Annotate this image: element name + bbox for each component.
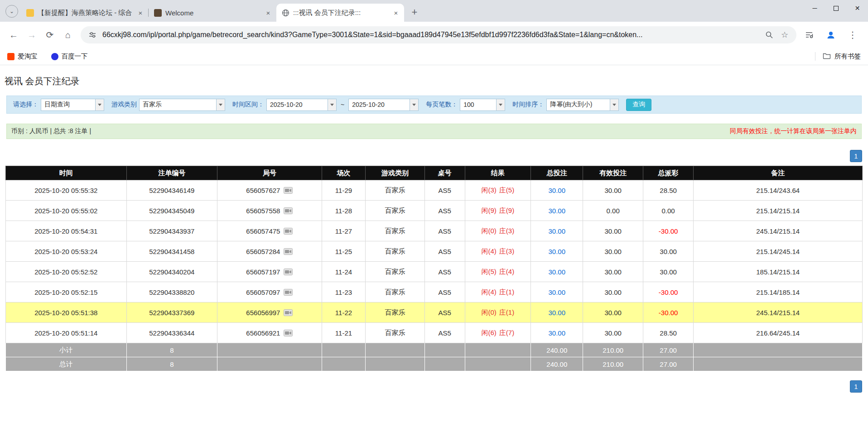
total-bet-link[interactable]: 30.00 [549, 329, 566, 337]
chevron-down-icon[interactable] [328, 99, 336, 110]
url-text[interactable]: 66cxkj98.com/ipl/portal.php/game/betreco… [102, 31, 759, 39]
total-bet-link[interactable]: 30.00 [549, 187, 566, 194]
cell-session: 11-21 [322, 323, 365, 343]
table-row: 2025-10-20 05:54:31 522904343937 6560574… [6, 221, 863, 241]
tab-search-button[interactable]: ⌄ [5, 5, 18, 18]
cell-game-type: 百家乐 [366, 221, 424, 241]
page-number-button[interactable]: 1 [850, 150, 862, 162]
date-from-input[interactable]: 2025-10-20 [266, 99, 337, 111]
cell-table-no: AS5 [424, 221, 465, 241]
result-player[interactable]: 闲(4) [481, 247, 496, 255]
bookmark-item[interactable]: 爱淘宝 [7, 52, 38, 61]
result-player[interactable]: 闲(4) [481, 288, 496, 296]
new-tab-button[interactable]: + [408, 5, 421, 19]
home-button[interactable]: ⌂ [59, 26, 77, 44]
subtotal-label: 小计 [6, 343, 127, 357]
tab-title: :::视讯 会员下注纪录::: [293, 9, 388, 17]
media-controls-icon[interactable] [800, 26, 818, 44]
total-empty-cell [366, 357, 424, 371]
refresh-button[interactable]: ⟳ [41, 26, 59, 44]
video-icon[interactable] [284, 228, 293, 235]
chevron-down-icon[interactable] [95, 99, 104, 110]
cell-game-type: 百家乐 [366, 201, 424, 221]
close-button[interactable]: ✕ [847, 0, 868, 16]
query-type-label: 请选择： [13, 101, 39, 109]
profile-avatar[interactable] [822, 26, 840, 44]
result-banker[interactable]: 庄(9) [499, 206, 514, 214]
cell-valid-bet: 30.00 [583, 241, 643, 262]
cell-round-id: 656056997 [217, 302, 322, 323]
date-to-input[interactable]: 2025-10-20 [348, 99, 419, 111]
result-banker[interactable]: 庄(5) [499, 186, 514, 194]
table-row-highlighted: 2025-10-20 05:51:38 522904337369 6560569… [6, 302, 863, 323]
result-banker[interactable]: 庄(1) [499, 308, 514, 316]
round-id-text: 656056997 [246, 309, 280, 317]
browser-tab-active[interactable]: :::视讯 会员下注纪录::: × [276, 4, 404, 22]
tab-close-icon[interactable]: × [264, 8, 273, 17]
tab-close-icon[interactable]: × [391, 8, 400, 17]
video-icon[interactable] [284, 207, 293, 214]
browser-tab-1[interactable]: 【新提醒】海燕策略论坛 - 综合... × [21, 4, 149, 22]
total-bet-link[interactable]: 30.00 [549, 227, 566, 235]
chevron-down-icon[interactable] [216, 99, 225, 110]
total-bet-link[interactable]: 30.00 [549, 288, 566, 296]
video-icon[interactable] [284, 248, 293, 255]
result-banker[interactable]: 庄(7) [499, 329, 514, 336]
filter-bar: 请选择： 日期查询 游戏类别 百家乐 时间区间： 2025-10-20 ~ 20… [6, 96, 862, 114]
result-player[interactable]: 闲(3) [481, 186, 496, 194]
game-type-label: 游戏类别 [111, 101, 137, 109]
url-field[interactable]: 66cxkj98.com/ipl/portal.php/game/betreco… [81, 26, 796, 43]
cell-time: 2025-10-20 05:54:31 [6, 221, 127, 241]
video-icon[interactable] [284, 330, 293, 336]
total-bet-link[interactable]: 30.00 [549, 309, 566, 317]
bookmark-item[interactable]: 百度一下 [51, 52, 88, 61]
browser-tab-2[interactable]: Welcome × [149, 4, 276, 22]
tune-icon[interactable] [87, 29, 98, 40]
result-banker[interactable]: 庄(3) [499, 247, 514, 255]
video-icon[interactable] [284, 309, 293, 316]
tab-close-icon[interactable]: × [136, 8, 145, 17]
result-banker[interactable]: 庄(3) [499, 227, 514, 235]
result-player[interactable]: 闲(0) [481, 308, 496, 316]
total-bet-link[interactable]: 30.00 [549, 207, 566, 215]
page-number-button[interactable]: 1 [850, 380, 862, 393]
subtotal-empty-cell [366, 343, 424, 357]
result-banker[interactable]: 庄(4) [499, 268, 514, 275]
video-icon[interactable] [284, 289, 293, 296]
cell-remark: 185.14/215.14 [694, 262, 863, 282]
chevron-down-icon[interactable] [610, 99, 618, 110]
zoom-icon[interactable] [764, 29, 775, 40]
maximize-button[interactable] [825, 0, 847, 16]
video-icon[interactable] [284, 187, 293, 194]
total-bet-link[interactable]: 30.00 [549, 248, 566, 255]
total-label: 总计 [6, 357, 127, 371]
cell-round-id: 656057558 [217, 201, 322, 221]
result-player[interactable]: 闲(9) [481, 206, 496, 214]
result-player[interactable]: 闲(6) [481, 329, 496, 336]
cell-game-type: 百家乐 [366, 302, 424, 323]
result-banker[interactable]: 庄(1) [499, 288, 514, 296]
sort-select[interactable]: 降幂(由大到小) [546, 99, 619, 111]
total-bet-link[interactable]: 30.00 [549, 268, 566, 276]
bookmark-star-icon[interactable]: ☆ [779, 29, 790, 40]
chevron-down-icon[interactable] [410, 99, 418, 110]
query-type-select[interactable]: 日期查询 [41, 99, 104, 111]
video-icon[interactable] [284, 269, 293, 275]
cell-result: 闲(5)庄(4) [465, 262, 531, 282]
result-player[interactable]: 闲(5) [481, 268, 496, 275]
folder-icon [823, 52, 831, 61]
search-button[interactable]: 查询 [626, 99, 651, 111]
cell-round-id: 656057475 [217, 221, 322, 241]
minimize-button[interactable]: ─ [804, 0, 825, 16]
round-id-text: 656057558 [246, 207, 280, 215]
cell-bet-id: 522904337369 [126, 302, 217, 323]
result-player[interactable]: 闲(0) [481, 227, 496, 235]
menu-icon[interactable]: ⋮ [844, 26, 862, 44]
game-type-select[interactable]: 百家乐 [139, 99, 225, 111]
total-count: 8 [126, 357, 217, 371]
back-button[interactable]: ← [5, 26, 23, 44]
forward-button[interactable]: → [23, 26, 41, 44]
page-size-select[interactable]: 100 [460, 99, 505, 111]
all-bookmarks-button[interactable]: 所有书签 [815, 52, 861, 61]
chevron-down-icon[interactable] [496, 99, 505, 110]
